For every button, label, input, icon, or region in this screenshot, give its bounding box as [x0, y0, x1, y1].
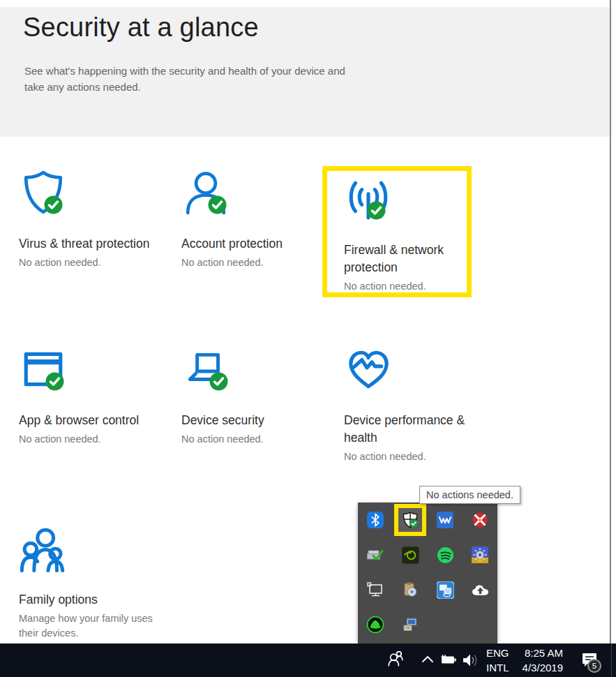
- browser-window-icon: [19, 346, 70, 394]
- battery-icon[interactable]: [439, 653, 458, 669]
- system-tray-flyout: [358, 503, 497, 643]
- check-badge-icon: [208, 195, 227, 214]
- tile-firewall-network-protection[interactable]: Firewall & network protection No action …: [344, 176, 469, 294]
- tile-account-protection[interactable]: Account protection No action needed.: [181, 170, 338, 270]
- tile-status: Manage how your family uses their device…: [19, 611, 155, 641]
- tray-icon-pinwheel-ball[interactable]: [463, 503, 497, 537]
- tile-family-options[interactable]: Family options Manage how your family us…: [19, 526, 176, 641]
- language-line1: ENG: [486, 646, 509, 660]
- tray-icon-spotify[interactable]: [428, 537, 463, 572]
- tile-title: Virus & threat protection: [19, 235, 162, 253]
- computer-storage-icon: [402, 617, 419, 632]
- check-badge-icon: [45, 372, 64, 391]
- people-icon[interactable]: [386, 650, 405, 671]
- tile-virus-threat-protection[interactable]: Virus & threat protection No action need…: [19, 170, 176, 270]
- spotify-icon: [437, 546, 454, 564]
- ethernet-monitor-icon: [366, 581, 384, 598]
- check-badge-icon: [209, 372, 228, 391]
- tile-title: Device performance & health: [344, 412, 487, 447]
- antenna-icon: [344, 176, 396, 223]
- clock[interactable]: 8:25 AM 4/3/2019: [511, 646, 563, 675]
- clipboard-disc-icon: [402, 581, 419, 598]
- bluetooth-icon: [367, 512, 384, 528]
- tray-icon-nvidia-settings[interactable]: [393, 537, 428, 572]
- speaker-icon[interactable]: [462, 652, 480, 671]
- firewall-highlight-box: Firewall & network protection No action …: [322, 166, 472, 297]
- tile-title: App & browser control: [19, 412, 162, 429]
- language-indicator[interactable]: ENG INTL: [486, 646, 509, 675]
- show-desktop-separator[interactable]: [611, 643, 612, 677]
- laptop-icon: [181, 346, 233, 394]
- tray-icon-network-ball[interactable]: [358, 607, 393, 642]
- clock-date: 4/3/2019: [511, 660, 563, 675]
- tile-device-performance-health[interactable]: Device performance & health No action ne…: [344, 346, 501, 464]
- pinwheel-ball-icon: [472, 512, 488, 528]
- tile-device-security[interactable]: Device security No action needed.: [181, 346, 338, 447]
- vertical-scrollbar[interactable]: [610, 0, 611, 643]
- tray-empty-cell: [463, 607, 497, 642]
- check-badge-icon: [367, 201, 386, 220]
- gear-icon: [472, 546, 488, 563]
- tile-status: No action needed.: [181, 255, 317, 270]
- tile-title: Device security: [181, 412, 324, 429]
- page-header: Security at a glance See what's happenin…: [0, 7, 610, 137]
- shield-icon: [19, 170, 70, 217]
- tray-icon-intel-graphics[interactable]: [428, 572, 463, 607]
- tray-icon-media-writer[interactable]: [393, 572, 428, 607]
- nvidia-icon: [402, 546, 419, 564]
- tile-status: No action needed.: [181, 432, 317, 447]
- page-subtitle: See what's happening with the security a…: [24, 63, 352, 96]
- clock-time: 8:25 AM: [511, 646, 563, 660]
- defender-shield-icon: [401, 511, 419, 529]
- device-check-icon: [366, 546, 384, 563]
- tray-icon-ethernet-status[interactable]: [358, 572, 393, 607]
- tray-icon-gear-utility[interactable]: [463, 537, 497, 572]
- language-line2: INTL: [486, 660, 509, 675]
- tray-icon-device-check[interactable]: [358, 537, 393, 572]
- tray-icon-bluetooth[interactable]: [358, 503, 393, 537]
- person-icon: [181, 170, 233, 217]
- notification-count-badge[interactable]: 5: [587, 659, 601, 673]
- tray-icon-onedrive[interactable]: [463, 572, 497, 607]
- show-hidden-icons-chevron[interactable]: [421, 654, 435, 667]
- tile-app-browser-control[interactable]: App & browser control No action needed.: [19, 346, 176, 447]
- heart-pulse-icon: [344, 346, 396, 394]
- tile-status: No action needed.: [19, 432, 155, 447]
- tray-empty-cell: [428, 607, 463, 642]
- tile-status: No action needed.: [344, 449, 480, 464]
- waves-icon: [437, 512, 453, 528]
- tile-title: Family options: [19, 591, 162, 609]
- tile-status: No action needed.: [19, 255, 155, 270]
- tray-tooltip: No actions needed.: [419, 486, 520, 504]
- check-badge-icon: [44, 195, 63, 214]
- tile-title: Account protection: [181, 235, 324, 253]
- green-ball-icon: [366, 616, 384, 634]
- cloud-upload-icon: [471, 582, 490, 597]
- taskbar: ENG INTL 8:25 AM 4/3/2019 5: [0, 643, 616, 677]
- intel-graphics-icon: [437, 581, 454, 599]
- tile-title: Firewall & network protection: [344, 241, 469, 276]
- tray-icon-waves-audio[interactable]: [428, 503, 463, 537]
- tile-status: No action needed.: [344, 279, 469, 294]
- family-icon: [19, 526, 70, 573]
- tray-icon-removable-storage[interactable]: [393, 607, 428, 642]
- page-title: Security at a glance: [23, 13, 259, 43]
- tray-icon-windows-defender[interactable]: [393, 503, 428, 537]
